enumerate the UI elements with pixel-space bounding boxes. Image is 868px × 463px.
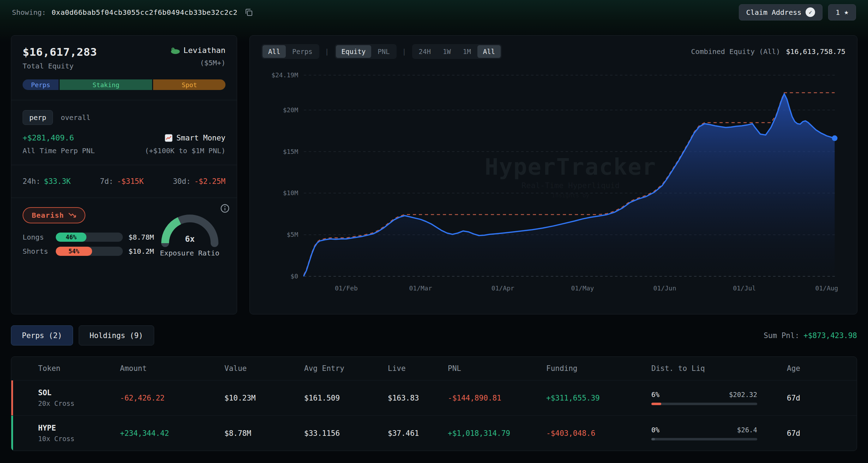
verified-badge-icon: ✓: [806, 7, 815, 17]
metric-tab-pnl[interactable]: PNL: [372, 45, 395, 58]
svg-text:$24.19M: $24.19M: [271, 71, 298, 79]
svg-text:01/May: 01/May: [571, 284, 594, 292]
allocation-segment[interactable]: Perps: [23, 79, 59, 90]
profile-header-section: $16,617,283 Total Equity Leviathan ($5M+…: [11, 36, 237, 100]
alltime-pnl-label: All Time Perp PNL: [23, 146, 95, 155]
shorts-track: 54%: [56, 247, 123, 256]
svg-text:01/Jul: 01/Jul: [733, 284, 756, 292]
token-name: SOL: [38, 389, 120, 397]
cell-value: $10.23M: [224, 394, 304, 402]
position-row[interactable]: HYPE 10x Cross +234,344.42 $8.78M $33.11…: [11, 415, 857, 451]
perp-toggle-button[interactable]: perp: [23, 110, 53, 125]
topbar: Showing: 0xa0d66bab5f04cb3055cc2f6b0494c…: [0, 0, 868, 24]
longs-fill: 46%: [56, 233, 86, 242]
position-row[interactable]: SOL 20x Cross -62,426.22 $10.23M $161.50…: [11, 380, 857, 415]
favorites-button[interactable]: 1 ★: [828, 4, 856, 20]
svg-text:Insights by: Insights by: [552, 192, 589, 199]
cell-funding: -$403,048.6: [546, 429, 651, 438]
exposure-section: Bearish Longs 46% $8.78M: [11, 198, 237, 314]
combined-equity-value: $16,613,758.75: [786, 47, 845, 56]
cell-avg-entry: $161.509: [304, 394, 388, 402]
longs-bar-row: Longs 46% $8.78M: [23, 233, 154, 242]
sentiment-label: Bearish: [32, 211, 64, 220]
shorts-label: Shorts: [23, 247, 50, 255]
chart-card: All Perps | Equity PNL | 24H 1W 1M All C…: [249, 35, 857, 314]
showing-label: Showing:: [12, 8, 46, 17]
cell-dist-to-liq: 0% $26.4: [651, 426, 757, 440]
cell-pnl: +$1,018,314.79: [448, 429, 546, 438]
sum-pnl-value: +$873,423.98: [803, 331, 857, 340]
wallet-address: 0xa0d66bab5f04cb3055cc2f6b0494cb33be32c2…: [52, 8, 237, 17]
combined-equity-label: Combined Equity (All): [691, 47, 780, 56]
scope-tab-all[interactable]: All: [263, 45, 286, 58]
range-tab-1w[interactable]: 1W: [437, 45, 457, 58]
separator: |: [402, 47, 406, 56]
allocation-segment-label: Staking: [92, 81, 119, 89]
metric-tab-equity[interactable]: Equity: [336, 45, 372, 58]
star-icon: ★: [844, 8, 849, 16]
exposure-value: 6x: [185, 234, 195, 243]
token-leverage: 10x Cross: [38, 435, 120, 443]
crocodile-avatar-icon: [170, 46, 180, 55]
period-label: 24h:: [23, 177, 41, 186]
allocation-bar: Perps Staking Spot: [23, 79, 225, 90]
exposure-label: Exposure Ratio: [160, 249, 219, 257]
shorts-fill: 54%: [56, 247, 92, 256]
col-token: Token: [38, 364, 120, 373]
copy-icon: [245, 8, 253, 17]
col-value: Value: [224, 364, 304, 373]
range-tab-24h[interactable]: 24H: [413, 45, 436, 58]
info-icon[interactable]: [220, 204, 230, 214]
range-tab-all[interactable]: All: [477, 45, 501, 58]
period-30d: 30d: -$2.25M: [173, 177, 225, 186]
svg-text:$15M: $15M: [283, 148, 299, 155]
range-tab-1m[interactable]: 1M: [457, 45, 477, 58]
exposure-gauge: 6x Exposure Ratio: [154, 207, 225, 305]
tab-perps[interactable]: Perps (2): [11, 325, 73, 345]
svg-text:01/Mar: 01/Mar: [409, 284, 432, 292]
shorts-value: $10.2M: [128, 247, 154, 255]
col-avg-entry: Avg Entry: [304, 364, 388, 373]
allocation-segment[interactable]: Spot: [153, 79, 225, 90]
allocation-segment[interactable]: Staking: [60, 79, 152, 90]
cell-live: $37.461: [388, 429, 448, 438]
liq-fill: [651, 403, 661, 405]
favorites-count: 1: [836, 8, 840, 17]
shorts-pct: 54%: [68, 248, 79, 255]
chart-up-icon: [164, 134, 173, 142]
claim-address-label: Claim Address: [746, 8, 802, 17]
liq-pct: 6%: [651, 391, 659, 398]
svg-text:01/Feb: 01/Feb: [335, 284, 358, 292]
period-pnl-section: 24h: $33.3K 7d: -$315K 30d: -$2.25M: [11, 165, 237, 198]
token-name: HYPE: [38, 424, 120, 432]
liq-fill: [651, 438, 655, 440]
claim-address-button[interactable]: Claim Address ✓: [739, 4, 823, 20]
profile-card: $16,617,283 Total Equity Leviathan ($5M+…: [11, 35, 237, 314]
svg-text:01/Jun: 01/Jun: [653, 284, 676, 292]
col-age: Age: [787, 364, 857, 373]
liq-pct: 0%: [651, 426, 659, 434]
tab-holdings[interactable]: Holdings (9): [79, 325, 154, 345]
svg-text:$10M: $10M: [283, 189, 299, 197]
col-amount: Amount: [120, 364, 224, 373]
copy-address-button[interactable]: [243, 7, 254, 18]
equity-chart[interactable]: $24.19M$20M$15M$10M$5M$001/Feb01/Mar01/A…: [261, 65, 845, 297]
longs-pct: 46%: [66, 234, 77, 241]
table-header: Token Amount Value Avg Entry Live PNL Fu…: [11, 357, 857, 380]
period-value: -$2.25M: [194, 177, 225, 186]
gauge-arc: 6x: [155, 209, 225, 248]
period-value: $33.3K: [44, 177, 71, 186]
cell-dist-to-liq: 6% $202.32: [651, 391, 757, 405]
allocation-segment-label: Perps: [31, 81, 50, 89]
svg-text:$20M: $20M: [283, 106, 299, 114]
cell-value: $8.78M: [224, 429, 304, 438]
overall-toggle-button[interactable]: overall: [61, 113, 90, 122]
period-value: -$315K: [117, 177, 144, 186]
cell-age: 67d: [787, 394, 857, 402]
cell-live: $163.83: [388, 394, 448, 402]
cell-age: 67d: [787, 429, 857, 438]
cell-funding: +$311,655.39: [546, 394, 651, 402]
total-equity-value: $16,617,283: [23, 46, 97, 58]
cell-pnl: -$144,890.81: [448, 394, 546, 402]
scope-tab-perps[interactable]: Perps: [287, 45, 318, 58]
